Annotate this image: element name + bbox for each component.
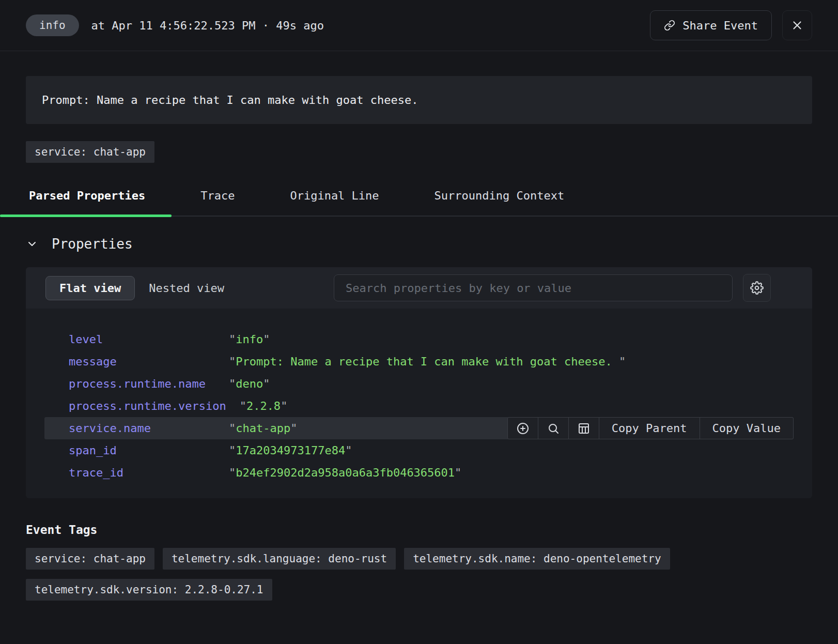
add-column-button[interactable]	[568, 418, 599, 439]
tab-trace[interactable]: Trace	[197, 189, 238, 216]
event-tags-title: Event Tags	[26, 523, 812, 536]
property-row-level[interactable]: level info	[44, 328, 794, 350]
share-event-button[interactable]: Share Event	[650, 10, 772, 40]
property-value[interactable]: Prompt: Name a recipe that I can make wi…	[229, 355, 626, 368]
properties-table: level info message Prompt: Name a recipe…	[26, 309, 812, 498]
link-icon	[664, 20, 675, 31]
property-value[interactable]: 2.2.8	[240, 400, 288, 412]
property-value[interactable]: chat-app	[229, 422, 297, 435]
close-icon	[790, 19, 804, 32]
share-event-label: Share Event	[682, 19, 758, 32]
property-key[interactable]: service.name	[69, 422, 229, 435]
property-row-process-runtime-version[interactable]: process.runtime.version 2.2.8	[44, 395, 794, 417]
event-tag[interactable]: telemetry.sdk.version: 2.2.8-0.27.1	[26, 579, 272, 601]
property-row-process-runtime-name[interactable]: process.runtime.name deno	[44, 373, 794, 395]
event-timestamp: at Apr 11 4:56:22.523 PM · 49s ago	[91, 19, 324, 32]
log-message-panel: Prompt: Name a recipe that I can make wi…	[26, 76, 812, 124]
property-key[interactable]: process.runtime.name	[69, 377, 229, 390]
properties-section-title: Properties	[52, 236, 133, 252]
copy-parent-button[interactable]: Copy Parent	[599, 418, 700, 439]
detail-tabs: Parsed Properties Trace Original Line Su…	[0, 189, 838, 217]
search-icon	[547, 422, 560, 435]
log-level-badge: info	[26, 14, 79, 36]
nested-view-button[interactable]: Nested view	[135, 276, 238, 300]
flat-view-button[interactable]: Flat view	[45, 276, 135, 300]
search-value-button[interactable]	[538, 418, 568, 439]
log-message-text: Prompt: Name a recipe that I can make wi…	[42, 94, 418, 106]
property-key[interactable]: message	[69, 355, 229, 368]
properties-section-header[interactable]: Properties	[26, 236, 812, 252]
tab-parsed-properties[interactable]: Parsed Properties	[26, 189, 148, 216]
property-value[interactable]: info	[229, 333, 270, 346]
event-detail-content: Prompt: Name a recipe that I can make wi…	[0, 76, 838, 163]
table-icon	[578, 422, 590, 435]
properties-search-input[interactable]	[334, 274, 733, 301]
property-row-span-id[interactable]: span_id 17a2034973177e84	[44, 439, 794, 462]
tab-surrounding-context[interactable]: Surrounding Context	[431, 189, 568, 216]
properties-card: Flat view Nested view level info message	[26, 267, 812, 498]
property-key[interactable]: process.runtime.version	[69, 400, 240, 412]
property-row-actions: Copy Parent Copy Value	[507, 417, 794, 439]
settings-button[interactable]	[743, 274, 771, 302]
properties-toolbar: Flat view Nested view	[26, 267, 812, 309]
event-tag[interactable]: telemetry.sdk.name: deno-opentelemetry	[404, 548, 670, 570]
event-tags-section: Event Tags service: chat-app telemetry.s…	[26, 523, 812, 601]
event-header: info at Apr 11 4:56:22.523 PM · 49s ago …	[0, 0, 838, 51]
property-value[interactable]: 17a2034973177e84	[229, 444, 352, 457]
view-toggle: Flat view Nested view	[45, 276, 238, 300]
property-value[interactable]: b24ef2902d2a958a0a6a3fb046365601	[229, 466, 461, 479]
gear-icon	[750, 281, 764, 295]
property-key[interactable]: span_id	[69, 444, 229, 457]
event-tags-list: service: chat-app telemetry.sdk.language…	[26, 548, 812, 601]
property-key[interactable]: level	[69, 333, 229, 346]
chevron-down-icon	[26, 238, 38, 250]
tab-original-line[interactable]: Original Line	[287, 189, 382, 216]
copy-value-button[interactable]: Copy Value	[700, 418, 793, 439]
property-value[interactable]: deno	[229, 377, 270, 390]
service-tag-chip[interactable]: service: chat-app	[26, 141, 154, 163]
property-row-service-name[interactable]: service.name chat-app	[44, 417, 794, 439]
property-key[interactable]: trace_id	[69, 466, 229, 479]
plus-circle-icon	[517, 422, 529, 435]
event-tag[interactable]: service: chat-app	[26, 548, 154, 570]
property-row-trace-id[interactable]: trace_id b24ef2902d2a958a0a6a3fb04636560…	[44, 462, 794, 484]
tab-list: Parsed Properties Trace Original Line Su…	[0, 189, 838, 216]
add-filter-button[interactable]	[508, 418, 538, 439]
event-tag[interactable]: telemetry.sdk.language: deno-rust	[163, 548, 396, 570]
close-button[interactable]	[782, 10, 812, 40]
property-row-message[interactable]: message Prompt: Name a recipe that I can…	[44, 350, 794, 373]
active-tab-indicator	[0, 214, 172, 217]
header-actions: Share Event	[650, 10, 812, 40]
